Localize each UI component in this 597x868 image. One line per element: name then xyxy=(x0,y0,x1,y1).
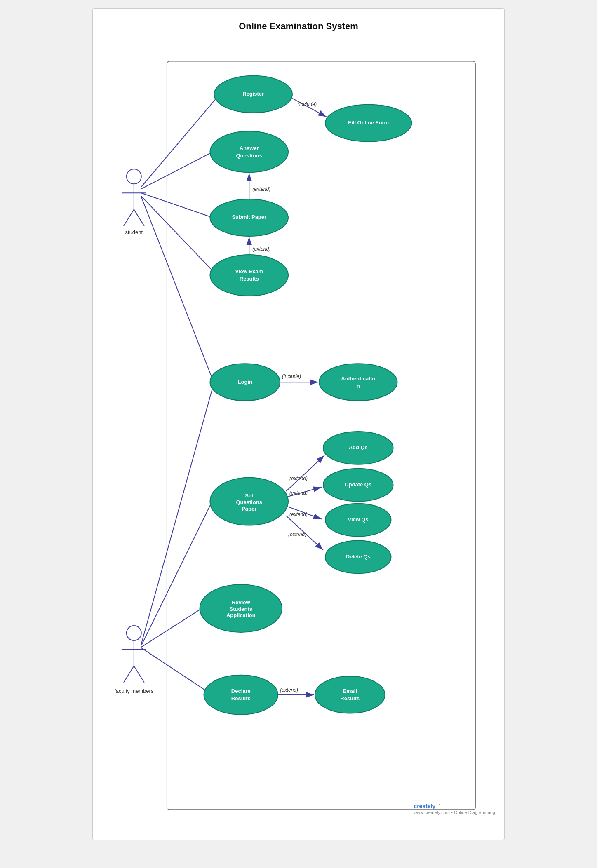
student-actor-head xyxy=(127,169,141,184)
usecase-addqs xyxy=(323,432,393,464)
diagram-title: Online Examination System xyxy=(101,21,496,32)
student-actor-leg-left xyxy=(124,209,134,226)
label-extend-declare: (extend) xyxy=(280,687,298,693)
label-extend-setq-deleteqs: (extend) xyxy=(288,532,306,537)
diagram-svg: student faculty members xyxy=(101,40,496,823)
page-container: Online Examination System st xyxy=(92,8,505,840)
usecase-register xyxy=(214,76,292,113)
student-actor-leg-right xyxy=(134,209,144,226)
line-student-answer xyxy=(141,152,213,189)
label-extend-submit-answer: (extend) xyxy=(252,186,270,192)
label-extend-setq-viewqs: (extend) xyxy=(289,511,308,517)
label-include-register: (include) xyxy=(298,101,317,107)
creately-url: www.creately.com • Online Diagramming xyxy=(413,810,495,815)
creately-dot: · xyxy=(438,801,440,808)
usecase-answerq xyxy=(210,131,288,173)
line-student-viewresults xyxy=(141,196,213,271)
label-extend-setq-addqs: (extend) xyxy=(289,476,308,481)
diagram-area: student faculty members xyxy=(101,40,496,823)
label-extend-setq-updateqs: (extend) xyxy=(289,490,308,496)
line-student-login xyxy=(141,197,212,378)
usecase-deleteqs xyxy=(325,540,391,573)
usecase-fillform xyxy=(325,105,412,142)
usecase-login xyxy=(210,364,280,401)
faculty-actor-head xyxy=(127,626,141,640)
line-student-register xyxy=(141,99,216,187)
usecase-review xyxy=(200,584,282,632)
usecase-viewresults xyxy=(210,255,288,296)
faculty-actor-label: faculty members xyxy=(114,688,154,694)
usecase-setq xyxy=(210,478,288,525)
line-faculty-declare xyxy=(141,648,206,691)
faculty-actor-leg-right xyxy=(134,666,144,683)
line-student-submit xyxy=(141,193,213,218)
label-extend-view-submit: (extend) xyxy=(252,246,270,252)
usecase-submit xyxy=(210,199,288,236)
label-include-login: (include) xyxy=(282,373,301,379)
student-actor-label: student xyxy=(125,229,143,235)
usecase-updateqs xyxy=(323,469,393,502)
usecase-auth xyxy=(319,364,397,401)
usecase-viewqs xyxy=(325,504,391,537)
line-faculty-setq xyxy=(141,502,212,645)
usecase-email xyxy=(315,676,385,713)
usecase-declare xyxy=(204,675,278,715)
faculty-actor-leg-left xyxy=(124,666,134,683)
line-setq-addqs xyxy=(286,455,324,491)
creately-logo: creately xyxy=(414,803,435,809)
